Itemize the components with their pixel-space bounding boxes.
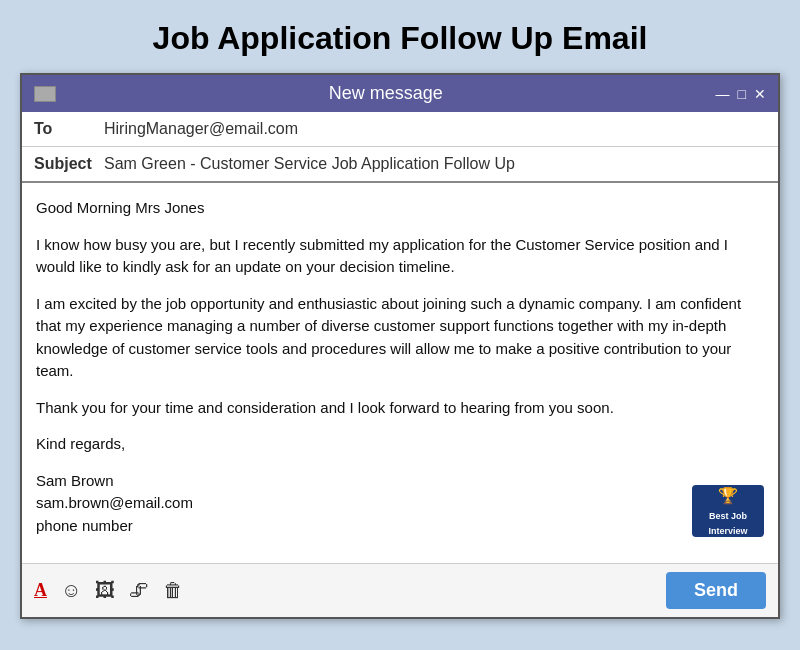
logo-line2: Interview bbox=[708, 525, 747, 539]
greeting: Good Morning Mrs Jones bbox=[36, 197, 764, 220]
text-format-icon[interactable]: A bbox=[34, 580, 47, 601]
maximize-button[interactable]: □ bbox=[738, 86, 746, 102]
logo-badge: 🏆 Best Job Interview bbox=[692, 485, 764, 537]
paragraph1: I know how busy you are, but I recently … bbox=[36, 234, 764, 279]
minimize-button[interactable]: — bbox=[716, 86, 730, 102]
attachment-icon[interactable]: 🖇 bbox=[129, 579, 149, 602]
signature-block: Sam Brown sam.brown@email.com phone numb… bbox=[36, 470, 764, 538]
email-window: New message — □ ✕ To HiringManager@email… bbox=[20, 73, 780, 619]
send-button[interactable]: Send bbox=[666, 572, 766, 609]
sender-phone: phone number bbox=[36, 515, 193, 538]
closing: Kind regards, bbox=[36, 433, 764, 456]
sender-name: Sam Brown bbox=[36, 470, 193, 493]
image-icon[interactable]: 🖼 bbox=[95, 579, 115, 602]
subject-label: Subject bbox=[34, 155, 104, 173]
close-button[interactable]: ✕ bbox=[754, 86, 766, 102]
subject-row: Subject Sam Green - Customer Service Job… bbox=[22, 147, 778, 183]
page-title: Job Application Follow Up Email bbox=[153, 20, 648, 57]
to-label: To bbox=[34, 120, 104, 138]
titlebar-title: New message bbox=[56, 83, 716, 104]
emoji-icon[interactable]: ☺ bbox=[61, 579, 81, 602]
titlebar-controls: — □ ✕ bbox=[716, 86, 766, 102]
paragraph3: Thank you for your time and consideratio… bbox=[36, 397, 764, 420]
logo-line1: Best Job bbox=[709, 510, 747, 524]
to-value[interactable]: HiringManager@email.com bbox=[104, 120, 298, 138]
logo-icon: 🏆 bbox=[718, 484, 738, 508]
to-row: To HiringManager@email.com bbox=[22, 112, 778, 147]
signature: Sam Brown sam.brown@email.com phone numb… bbox=[36, 470, 193, 538]
email-footer: A ☺ 🖼 🖇 🗑 Send bbox=[22, 563, 778, 617]
paragraph2: I am excited by the job opportunity and … bbox=[36, 293, 764, 383]
titlebar-left bbox=[34, 86, 56, 102]
email-icon bbox=[34, 86, 56, 102]
sender-email: sam.brown@email.com bbox=[36, 492, 193, 515]
delete-icon[interactable]: 🗑 bbox=[163, 579, 183, 602]
subject-value[interactable]: Sam Green - Customer Service Job Applica… bbox=[104, 155, 515, 173]
email-body[interactable]: Good Morning Mrs Jones I know how busy y… bbox=[22, 183, 778, 563]
email-titlebar: New message — □ ✕ bbox=[22, 75, 778, 112]
footer-icons: A ☺ 🖼 🖇 🗑 bbox=[34, 579, 183, 602]
